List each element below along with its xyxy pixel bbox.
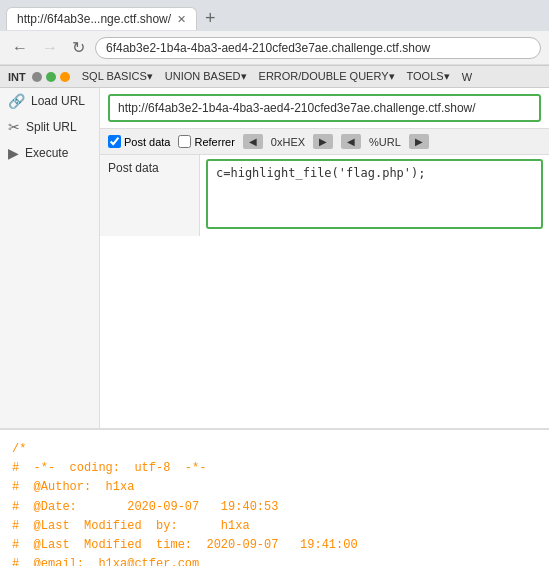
sidebar: 🔗 Load URL ✂ Split URL ▶ Execute: [0, 88, 100, 428]
address-bar: ← → ↻: [0, 31, 549, 65]
reload-button[interactable]: ↻: [68, 36, 89, 59]
post-data-checkbox-label[interactable]: Post data: [108, 135, 170, 148]
toolbar-sql-basics[interactable]: SQL BASICS▾: [76, 66, 159, 87]
code-output: /* # -*- coding: utf-8 -*- # @Author: h1…: [0, 428, 549, 566]
referrer-checkbox-label[interactable]: Referrer: [178, 135, 234, 148]
url-label: %URL: [369, 136, 401, 148]
content-area: Post data Referrer ◀ 0xHEX ▶ ◀ %URL ▶ Po…: [100, 88, 549, 428]
tab-close-icon[interactable]: ✕: [177, 13, 186, 26]
post-data-checkbox[interactable]: [108, 135, 121, 148]
code-line-4: # @Date: 2020-09-07 19:40:53: [12, 498, 537, 517]
sidebar-item-split-url[interactable]: ✂ Split URL: [0, 114, 99, 140]
post-data-checkbox-text: Post data: [124, 136, 170, 148]
referrer-checkbox[interactable]: [178, 135, 191, 148]
address-input[interactable]: [95, 37, 541, 59]
code-line-7: # @email: h1xa@ctfer.com: [12, 555, 537, 566]
link-icon: 🔗: [8, 93, 25, 109]
toolbar: INT SQL BASICS▾ UNION BASED▾ ERROR/DOUBL…: [0, 66, 549, 88]
sidebar-item-execute[interactable]: ▶ Execute: [0, 140, 99, 166]
code-line-6: # @Last Modified time: 2020-09-07 19:41:…: [12, 536, 537, 555]
sidebar-item-load-url[interactable]: 🔗 Load URL: [0, 88, 99, 114]
browser-tab[interactable]: http://6f4ab3e...nge.ctf.show/ ✕: [6, 7, 197, 30]
checkbox-bar: Post data Referrer ◀ 0xHEX ▶ ◀ %URL ▶: [100, 128, 549, 155]
referrer-checkbox-text: Referrer: [194, 136, 234, 148]
url-input[interactable]: [108, 94, 541, 122]
load-url-label: Load URL: [31, 94, 85, 108]
post-data-textarea[interactable]: c=highlight_file('flag.php');: [206, 159, 543, 229]
post-input-wrap: c=highlight_file('flag.php');: [200, 155, 549, 236]
tab-bar: http://6f4ab3e...nge.ctf.show/ ✕ +: [0, 0, 549, 31]
main-area: 🔗 Load URL ✂ Split URL ▶ Execute Post da…: [0, 88, 549, 428]
toolbar-tools[interactable]: TOOLS▾: [401, 66, 456, 87]
tab-title: http://6f4ab3e...nge.ctf.show/: [17, 12, 171, 26]
toolbar-int-section: INT: [0, 67, 76, 87]
new-tab-button[interactable]: +: [197, 6, 224, 31]
code-line-3: # @Author: h1xa: [12, 478, 537, 497]
hex-right-arrow-button[interactable]: ▶: [313, 134, 333, 149]
url-input-row: [100, 88, 549, 128]
forward-button[interactable]: →: [38, 37, 62, 59]
execute-label: Execute: [25, 146, 68, 160]
hex-label: 0xHEX: [271, 136, 305, 148]
code-line-1: /*: [12, 440, 537, 459]
dot-gray-icon: [32, 72, 42, 82]
back-button[interactable]: ←: [8, 37, 32, 59]
post-data-label: Post data: [100, 155, 200, 236]
execute-icon: ▶: [8, 145, 19, 161]
dot-green-icon: [46, 72, 56, 82]
code-line-2: # -*- coding: utf-8 -*-: [12, 459, 537, 478]
toolbar-error-double[interactable]: ERROR/DOUBLE QUERY▾: [253, 66, 401, 87]
split-url-label: Split URL: [26, 120, 77, 134]
dot-orange-icon: [60, 72, 70, 82]
hex-left-arrow-button[interactable]: ◀: [243, 134, 263, 149]
url-left-arrow-button[interactable]: ◀: [341, 134, 361, 149]
browser-chrome: http://6f4ab3e...nge.ctf.show/ ✕ + ← → ↻: [0, 0, 549, 66]
code-line-5: # @Last Modified by: h1xa: [12, 517, 537, 536]
scissors-icon: ✂: [8, 119, 20, 135]
toolbar-int-label: INT: [4, 67, 30, 87]
toolbar-w[interactable]: W: [456, 67, 478, 87]
url-right-arrow-button[interactable]: ▶: [409, 134, 429, 149]
toolbar-union-based[interactable]: UNION BASED▾: [159, 66, 253, 87]
post-data-area: Post data c=highlight_file('flag.php');: [100, 155, 549, 236]
